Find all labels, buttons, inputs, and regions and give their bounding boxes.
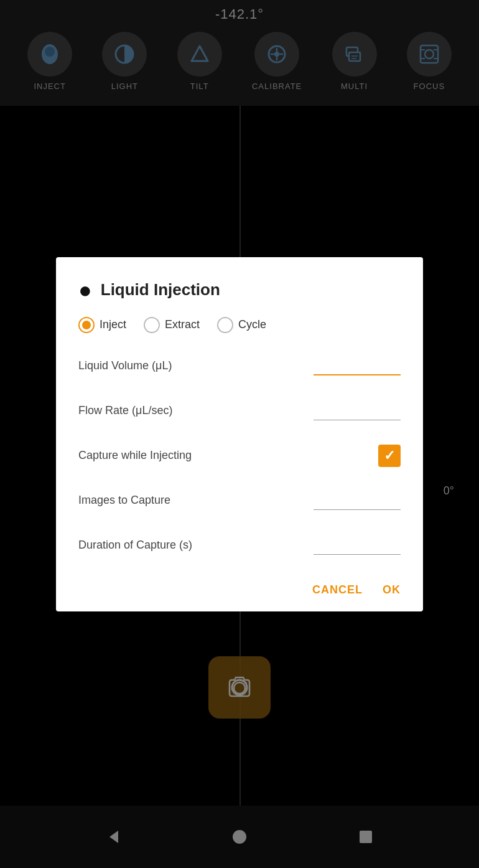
modal-overlay: ● Liquid Injection Inject Extract Cycle …: [0, 0, 479, 868]
cancel-button[interactable]: CANCEL: [312, 583, 363, 597]
flow-rate-row: Flow Rate (μL/sec): [78, 395, 401, 427]
duration-capture-label: Duration of Capture (s): [78, 539, 192, 552]
capture-injecting-checkbox[interactable]: ✓: [378, 445, 401, 467]
drop-icon: ●: [78, 277, 92, 303]
capture-injecting-label: Capture while Injecting: [78, 449, 192, 462]
liquid-volume-row: Liquid Volume (μL): [78, 351, 401, 382]
checkmark-icon: ✓: [384, 448, 395, 464]
liquid-volume-label: Liquid Volume (μL): [78, 359, 172, 372]
radio-extract[interactable]: Extract: [144, 317, 200, 333]
liquid-injection-modal: ● Liquid Injection Inject Extract Cycle …: [56, 257, 423, 611]
modal-actions: CANCEL OK: [78, 578, 401, 597]
radio-cycle-label: Cycle: [238, 318, 266, 331]
flow-rate-label: Flow Rate (μL/sec): [78, 404, 172, 417]
ok-button[interactable]: OK: [383, 583, 401, 597]
radio-cycle-circle: [217, 317, 233, 333]
radio-inject[interactable]: Inject: [78, 317, 126, 333]
flow-rate-input[interactable]: [314, 402, 401, 420]
modal-title: Liquid Injection: [101, 280, 220, 300]
radio-extract-circle: [144, 317, 160, 333]
radio-inject-label: Inject: [100, 318, 126, 331]
capture-injecting-row: Capture while Injecting ✓: [78, 440, 401, 471]
radio-inject-circle: [78, 317, 95, 333]
images-capture-label: Images to Capture: [78, 494, 170, 507]
radio-extract-label: Extract: [165, 318, 200, 331]
images-capture-input[interactable]: [314, 491, 401, 510]
liquid-volume-input[interactable]: [314, 356, 401, 375]
radio-group: Inject Extract Cycle: [78, 317, 401, 333]
duration-capture-input[interactable]: [314, 536, 401, 555]
radio-inject-inner: [82, 321, 91, 329]
radio-cycle[interactable]: Cycle: [217, 317, 266, 333]
images-capture-row: Images to Capture: [78, 485, 401, 516]
duration-capture-row: Duration of Capture (s): [78, 530, 401, 561]
modal-title-row: ● Liquid Injection: [78, 277, 401, 303]
